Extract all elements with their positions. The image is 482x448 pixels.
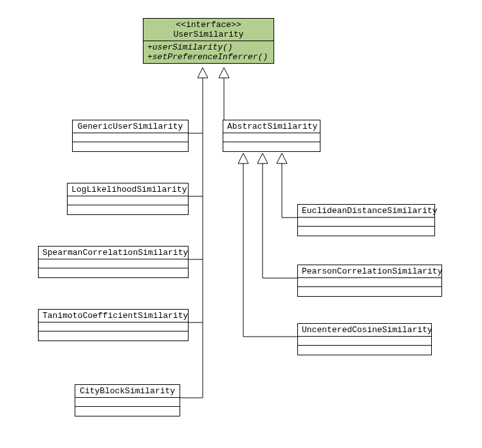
- empty-section: [73, 142, 188, 151]
- class-name: AbstractSimilarity: [223, 120, 320, 133]
- empty-section: [75, 407, 180, 416]
- empty-section: [39, 268, 188, 277]
- class-cityblock-similarity: CityBlockSimilarity: [75, 384, 180, 416]
- class-name: SpearmanCorrelationSimilarity: [39, 247, 188, 259]
- class-name: LogLikelihoodSimilarity: [68, 183, 188, 196]
- svg-marker-9: [238, 153, 248, 163]
- empty-section: [223, 133, 320, 142]
- empty-section: [39, 331, 188, 341]
- class-user-similarity: <<interface>> UserSimilarity +userSimila…: [143, 18, 274, 64]
- methods-section: +userSimilarity() +setPreferenceInferrer…: [144, 41, 273, 63]
- empty-section: [223, 142, 320, 151]
- class-loglikelihood-similarity: LogLikelihoodSimilarity: [67, 183, 189, 215]
- empty-section: [298, 278, 441, 287]
- empty-section: [68, 205, 188, 214]
- class-generic-user-similarity: GenericUserSimilarity: [72, 120, 189, 152]
- class-name: UncenteredCosineSimilarity: [298, 324, 431, 337]
- svg-marker-1: [219, 68, 229, 78]
- empty-section: [298, 227, 434, 236]
- stereotype-label: <<interface>>: [147, 20, 270, 30]
- class-pearson-correlation-similarity: PearsonCorrelationSimilarity: [297, 265, 442, 297]
- class-name: GenericUserSimilarity: [73, 120, 188, 133]
- empty-section: [39, 322, 188, 331]
- class-name: PearsonCorrelationSimilarity: [298, 265, 441, 278]
- method-row: +userSimilarity(): [147, 42, 270, 52]
- class-euclidean-distance-similarity: EuclideanDistanceSimilarity: [297, 204, 435, 236]
- method-row: +setPreferenceInferrer(): [147, 52, 270, 62]
- class-name: TanimotoCoefficientSimilarity: [39, 310, 188, 322]
- class-tanimoto-coefficient-similarity: TanimotoCoefficientSimilarity: [38, 309, 189, 341]
- empty-section: [75, 398, 180, 407]
- empty-section: [68, 196, 188, 205]
- svg-marker-10: [257, 153, 268, 163]
- svg-marker-11: [277, 153, 287, 163]
- interface-header: <<interface>> UserSimilarity: [144, 19, 273, 41]
- empty-section: [298, 287, 441, 296]
- class-spearman-correlation-similarity: SpearmanCorrelationSimilarity: [38, 246, 189, 278]
- class-abstract-similarity: AbstractSimilarity: [223, 120, 320, 152]
- empty-section: [298, 337, 431, 346]
- empty-section: [39, 259, 188, 268]
- svg-marker-0: [198, 68, 208, 78]
- class-name: CityBlockSimilarity: [75, 385, 180, 398]
- empty-section: [298, 218, 434, 227]
- class-name: EuclideanDistanceSimilarity: [298, 205, 434, 218]
- empty-section: [73, 133, 188, 142]
- empty-section: [298, 346, 431, 355]
- class-name: UserSimilarity: [147, 30, 270, 39]
- class-uncentered-cosine-similarity: UncenteredCosineSimilarity: [297, 323, 432, 355]
